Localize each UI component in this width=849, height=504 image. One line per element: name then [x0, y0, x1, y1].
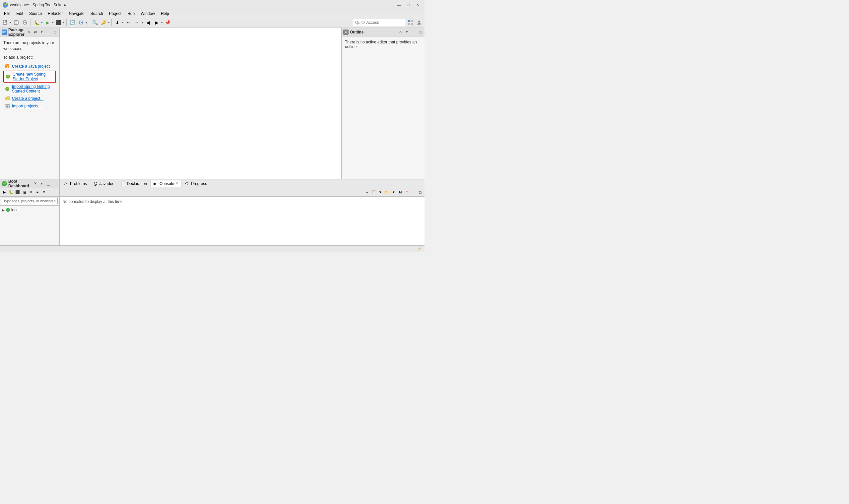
- menu-item-search[interactable]: Search: [88, 10, 106, 17]
- forward-dropdown[interactable]: ▾: [161, 21, 163, 24]
- boot-start-btn[interactable]: ▶: [1, 189, 7, 195]
- avatar-button[interactable]: [415, 19, 423, 26]
- outline-icon: ≡: [343, 30, 348, 35]
- save-toolbar-button[interactable]: [12, 19, 20, 26]
- console-tool-btn-error[interactable]: ⚠: [404, 189, 410, 195]
- run-toolbar-button[interactable]: ▶: [43, 19, 51, 26]
- boot-open-btn[interactable]: ✏: [28, 189, 34, 195]
- prev-edit-button[interactable]: ←: [124, 19, 132, 26]
- project-link-3[interactable]: Create a project...: [3, 95, 56, 102]
- boot-local-status-icon: [6, 208, 10, 212]
- boot-dashboard-view-menu-btn[interactable]: ▾: [39, 181, 44, 186]
- minimize-button[interactable]: —: [395, 2, 403, 8]
- svg-text:🌱: 🌱: [6, 87, 10, 91]
- boot-search-input[interactable]: [2, 198, 58, 204]
- console-tool-btn-folder-dropdown[interactable]: ▾: [391, 189, 397, 195]
- console-tab-declaration[interactable]: 📄Declaration: [118, 180, 150, 187]
- project-link-2[interactable]: 🌱Import Spring Getting Started Content: [3, 84, 56, 94]
- run-dropdown-arrow[interactable]: ▾: [52, 21, 54, 24]
- console-tab-progress[interactable]: ⏱Progress: [182, 180, 210, 187]
- update-toolbar-button[interactable]: [77, 19, 85, 26]
- console-tab-close-console[interactable]: ✕: [176, 181, 178, 186]
- maximize-button[interactable]: □: [404, 2, 413, 8]
- console-tab-javadoc[interactable]: @Javadoc: [91, 180, 118, 187]
- toolbar-separator-3: [89, 19, 89, 26]
- package-explorer-maximize-btn[interactable]: □: [52, 30, 58, 35]
- console-tool-btn-dropdown[interactable]: ▾: [377, 189, 383, 195]
- menu-item-source[interactable]: Source: [26, 10, 44, 17]
- console-tool-btn-1[interactable]: →: [364, 189, 370, 195]
- debug-dropdown-arrow[interactable]: ▾: [41, 21, 43, 24]
- boot-dashboard-minimize-btn[interactable]: _: [46, 181, 51, 186]
- prev-dropdown-arrow[interactable]: ▾: [122, 21, 124, 24]
- debug-toolbar-button[interactable]: 🐛: [33, 19, 40, 26]
- console-tool-btn-minimize[interactable]: _: [411, 189, 417, 195]
- close-button[interactable]: ✕: [413, 2, 422, 8]
- console-tab-label-declaration: Declaration: [127, 181, 147, 186]
- menu-item-file[interactable]: File: [1, 10, 13, 17]
- boot-debug-btn[interactable]: 🐛: [8, 189, 14, 195]
- app-title: workspace - Spring Tool Suite 4: [10, 3, 66, 7]
- upper-area: PE Package Explorer ✕ ⇄ ▾ _ □ There are …: [0, 28, 424, 179]
- boot-new-btn[interactable]: +: [35, 189, 40, 195]
- key-toolbar-button[interactable]: 🔑: [100, 19, 107, 26]
- console-tool-btn-2[interactable]: 📋: [371, 189, 377, 195]
- boot-view-menu-btn[interactable]: ▾: [41, 189, 47, 195]
- boot-stop-btn[interactable]: ⬛: [15, 189, 21, 195]
- menu-item-navigate[interactable]: Navigate: [66, 10, 87, 17]
- project-link-1[interactable]: 🌱Create new Spring Starter Project: [3, 71, 56, 83]
- outline-maximize-btn[interactable]: □: [417, 30, 423, 35]
- perspectives-button[interactable]: [407, 19, 415, 26]
- boot-dashboard-maximize-btn[interactable]: □: [52, 181, 58, 186]
- package-explorer-sync-btn[interactable]: ⇄: [33, 30, 38, 35]
- menu-item-refactor[interactable]: Refactor: [45, 10, 65, 17]
- project-link-4[interactable]: Import projects...: [3, 103, 56, 109]
- toolbar-separator-2: [66, 19, 67, 26]
- new-dropdown-arrow[interactable]: ▾: [10, 21, 12, 24]
- menu-item-run[interactable]: Run: [125, 10, 137, 17]
- update-dropdown-arrow[interactable]: ▾: [86, 21, 87, 24]
- console-tool-btn-3[interactable]: 📁: [384, 189, 390, 195]
- project-link-0[interactable]: JCreate a Java project: [3, 63, 56, 70]
- outline-close-btn[interactable]: ✕: [398, 30, 403, 35]
- console-tool-btn-maximize[interactable]: □: [417, 189, 423, 195]
- status-bar: ⚠: [0, 245, 424, 252]
- package-explorer-minimize-btn[interactable]: _: [46, 30, 51, 35]
- pin-toolbar-button[interactable]: 📌: [163, 19, 171, 26]
- console-tab-console[interactable]: ▶Console✕: [150, 180, 181, 187]
- console-tool-btn-clear[interactable]: ⊠: [397, 189, 403, 195]
- boot-dashboard-close-btn[interactable]: ✕: [33, 181, 38, 186]
- outline-view-menu-btn[interactable]: ▾: [404, 30, 410, 35]
- menu-item-edit[interactable]: Edit: [14, 10, 26, 17]
- forward-button[interactable]: ▶: [152, 19, 161, 26]
- refresh-toolbar-button[interactable]: 🔄: [68, 19, 76, 26]
- project-link-label-1: Create new Spring Starter Project: [13, 72, 54, 81]
- boot-local-item[interactable]: ▶ local: [2, 207, 57, 213]
- console-content: No consoles to display at this time.: [60, 197, 424, 245]
- console-tab-problems[interactable]: ⚠Problems: [61, 180, 90, 187]
- menu-item-project[interactable]: Project: [106, 10, 124, 17]
- boot-local-expand-arrow[interactable]: ▶: [2, 208, 5, 212]
- back-button[interactable]: ◀: [144, 19, 152, 26]
- next-edit-dropdown[interactable]: ▾: [142, 21, 143, 24]
- svg-text:J: J: [6, 65, 8, 68]
- outline-minimize-btn[interactable]: _: [411, 30, 416, 35]
- menu-item-help[interactable]: Help: [158, 10, 172, 17]
- menu-item-window[interactable]: Window: [138, 10, 158, 17]
- search-toolbar-button[interactable]: 🔍: [91, 19, 99, 26]
- package-explorer-view-menu-btn[interactable]: ▾: [39, 30, 44, 35]
- key-dropdown-arrow[interactable]: ▾: [108, 21, 110, 24]
- app-icon: 🌱: [3, 2, 8, 7]
- console-tab-label-javadoc: Javadoc: [100, 181, 114, 186]
- stop-dropdown-arrow[interactable]: ▾: [63, 21, 65, 24]
- quick-access-input[interactable]: [353, 19, 406, 26]
- stop-toolbar-button[interactable]: ⬛: [54, 19, 62, 26]
- new-toolbar-button[interactable]: [1, 19, 9, 26]
- package-explorer-close-btn[interactable]: ✕: [26, 30, 31, 35]
- boot-console-btn[interactable]: 🖥: [21, 189, 27, 195]
- prev-nav-button[interactable]: ⬇: [113, 19, 121, 26]
- main-layout: PE Package Explorer ✕ ⇄ ▾ _ □ There are …: [0, 28, 424, 252]
- next-edit-button[interactable]: →: [133, 19, 141, 26]
- print-toolbar-button[interactable]: [21, 19, 29, 26]
- outline-title: Outline: [350, 30, 396, 35]
